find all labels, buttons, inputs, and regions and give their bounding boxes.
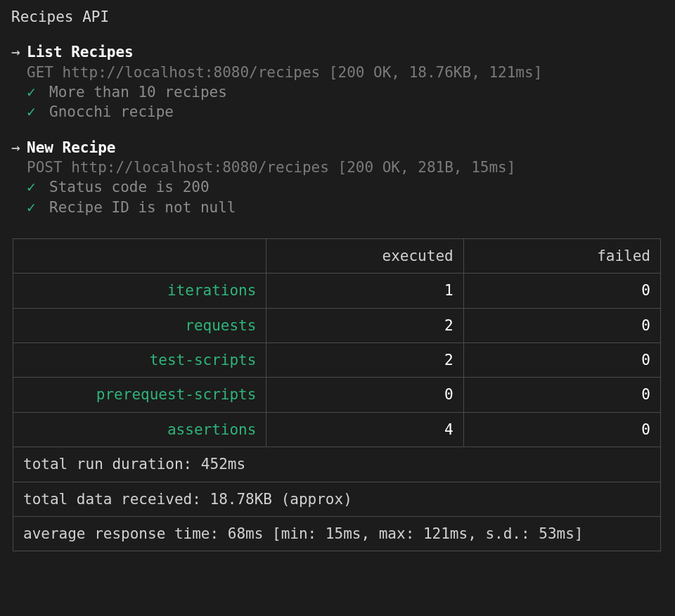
metric-label: iterations	[13, 274, 266, 308]
request-line: POST http://localhost:8080/recipes [200 …	[11, 158, 664, 177]
assertion-row: ✓ Recipe ID is not null	[11, 198, 664, 217]
assertion-text: Gnocchi recipe	[49, 102, 174, 122]
metric-failed: 0	[463, 378, 660, 412]
header-executed: executed	[266, 239, 463, 274]
request-name: New Recipe	[27, 138, 115, 158]
table-row: prerequest-scripts 0 0	[13, 378, 661, 412]
request-block: → List Recipes GET http://localhost:8080…	[11, 42, 664, 122]
table-row: requests 2 0	[13, 308, 661, 342]
footer-line: average response time: 68ms [min: 15ms, …	[13, 516, 661, 551]
collection-name: Recipes API	[11, 7, 664, 27]
blank-header	[13, 239, 266, 274]
metric-failed: 0	[463, 274, 660, 308]
table-row: iterations 1 0	[13, 274, 661, 308]
metric-executed: 2	[266, 308, 463, 342]
footer-line: total run duration: 452ms	[13, 447, 661, 482]
table-header-row: executed failed	[13, 239, 661, 274]
check-icon: ✓	[27, 102, 49, 122]
assertion-row: ✓ Gnocchi recipe	[11, 102, 664, 122]
request-block: → New Recipe POST http://localhost:8080/…	[11, 138, 664, 217]
check-icon: ✓	[27, 82, 49, 102]
terminal-output: Recipes API → List Recipes GET http://lo…	[0, 0, 675, 565]
footer-row: total data received: 18.78KB (approx)	[13, 482, 661, 516]
metric-failed: 0	[463, 412, 660, 447]
arrow-right-icon: →	[11, 138, 27, 158]
metric-failed: 0	[463, 308, 660, 342]
metric-label: requests	[13, 308, 266, 342]
metric-label: assertions	[13, 412, 266, 447]
header-failed: failed	[463, 239, 660, 274]
arrow-right-icon: →	[11, 42, 27, 62]
metric-executed: 2	[266, 343, 463, 378]
footer-row: average response time: 68ms [min: 15ms, …	[13, 516, 661, 551]
summary-table: executed failed iterations 1 0 requests …	[13, 238, 661, 551]
request-line: GET http://localhost:8080/recipes [200 O…	[11, 63, 664, 82]
metric-label: prerequest-scripts	[13, 378, 266, 412]
metric-executed: 1	[266, 274, 463, 308]
assertion-row: ✓ Status code is 200	[11, 177, 664, 197]
footer-row: total run duration: 452ms	[13, 447, 661, 482]
metric-executed: 0	[266, 378, 463, 412]
check-icon: ✓	[27, 198, 49, 217]
assertion-text: Recipe ID is not null	[49, 198, 236, 217]
assertion-row: ✓ More than 10 recipes	[11, 82, 664, 102]
table-row: test-scripts 2 0	[13, 343, 661, 378]
assertion-text: More than 10 recipes	[49, 82, 227, 102]
metric-label: test-scripts	[13, 343, 266, 378]
footer-line: total data received: 18.78KB (approx)	[13, 482, 661, 516]
table-row: assertions 4 0	[13, 412, 661, 447]
metric-failed: 0	[463, 343, 660, 378]
request-name: List Recipes	[27, 42, 134, 62]
assertion-text: Status code is 200	[49, 177, 210, 197]
check-icon: ✓	[27, 177, 49, 197]
metric-executed: 4	[266, 412, 463, 447]
